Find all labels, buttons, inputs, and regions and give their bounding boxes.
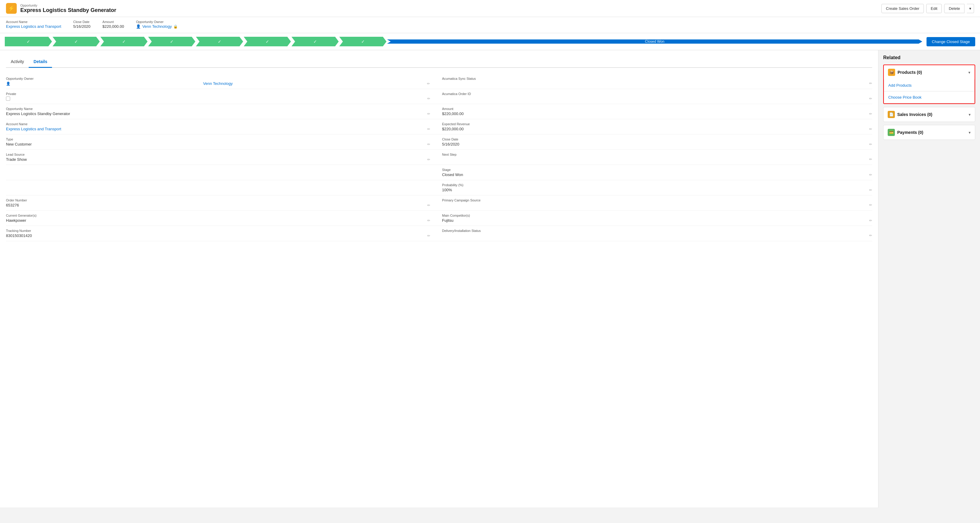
- field-value-left-8: 653276 ✏: [6, 203, 430, 207]
- amount-field: Amount $220,000.00: [102, 20, 124, 29]
- edit-icon-left-9[interactable]: ✏: [427, 218, 430, 223]
- opportunity-owner-link[interactable]: Venn Technology: [142, 24, 172, 29]
- edit-icon-right-2[interactable]: ✏: [869, 112, 872, 116]
- edit-icon-left-4[interactable]: ✏: [427, 142, 430, 147]
- edit-icon-left-3[interactable]: ✏: [427, 127, 430, 131]
- add-products-menu-item[interactable]: Add Products: [884, 81, 974, 90]
- field-value-left-4: New Customer ✏: [6, 142, 430, 147]
- edit-icon-left-10[interactable]: ✏: [427, 234, 430, 238]
- edit-icon-right-6[interactable]: ✏: [869, 173, 872, 177]
- edit-icon-right-5[interactable]: ✏: [869, 157, 872, 161]
- field-left-9: Current Generator(s) Hawkpower ✏: [6, 211, 439, 226]
- stage-item-4: ✓: [148, 37, 196, 46]
- sales-invoices-header[interactable]: 📄 Sales Invoices (0) ▾: [883, 107, 975, 122]
- field-value-left-0: 👤Venn Technology ✏: [6, 81, 430, 86]
- sales-invoices-title-text: Sales Invoices (0): [897, 112, 932, 117]
- field-text-left-9: Hawkpower: [6, 218, 26, 223]
- change-closed-stage-button[interactable]: Change Closed Stage: [926, 37, 975, 46]
- products-section-title: 📦 Products (0): [888, 69, 922, 76]
- products-dropdown-menu: Add Products Choose Price Book: [884, 80, 975, 104]
- edit-icon-left-2[interactable]: ✏: [427, 112, 430, 116]
- products-chevron-icon: ▾: [968, 70, 970, 75]
- field-value-right-6: Closed Won ✏: [442, 172, 872, 177]
- tab-activity[interactable]: Activity: [6, 56, 29, 68]
- edit-icon-right-4[interactable]: ✏: [869, 142, 872, 147]
- edit-icon-right-7[interactable]: ✏: [869, 188, 872, 192]
- payments-header[interactable]: 💳 Payments (0) ▾: [883, 125, 975, 140]
- field-value-right-10: ✏: [442, 233, 872, 238]
- edit-icon-right-3[interactable]: ✏: [869, 127, 872, 131]
- header-left: ⚡ Opportunity Express Logistics Standby …: [6, 3, 116, 14]
- owner-icon-detail: 👤: [6, 81, 10, 86]
- field-left-8: Order Number 653276 ✏: [6, 195, 439, 211]
- edit-icon-right-8[interactable]: ✏: [869, 203, 872, 207]
- app-icon: ⚡: [6, 3, 17, 14]
- field-left-0: Opportunity Owner 👤Venn Technology ✏: [6, 74, 439, 89]
- field-value-left-5: Trade Show ✏: [6, 157, 430, 162]
- field-value-right-2: $220,000.00 ✏: [442, 112, 872, 116]
- account-name-label: Account Name: [6, 20, 61, 24]
- header-dropdown-button[interactable]: ▾: [967, 4, 974, 13]
- app-header: ⚡ Opportunity Express Logistics Standby …: [0, 0, 980, 17]
- account-name-link[interactable]: Express Logistics and Transport: [6, 24, 61, 29]
- edit-icon-left-5[interactable]: ✏: [427, 158, 430, 162]
- edit-icon-right-1[interactable]: ✏: [869, 97, 872, 101]
- app-icon-symbol: ⚡: [8, 5, 14, 12]
- field-right-0: Acumatica Sync Status ✏: [439, 74, 872, 89]
- field-left-3: Account Name Express Logistics and Trans…: [6, 119, 439, 134]
- products-section-header[interactable]: 📦 Products (0) ▾: [884, 65, 975, 80]
- private-checkbox[interactable]: [6, 97, 10, 101]
- stage-item-5: ✓: [196, 37, 243, 46]
- field-label-left-0: Opportunity Owner: [6, 77, 430, 80]
- stage-check-3: ✓: [122, 39, 126, 44]
- field-right-5: Next Step ✏: [439, 150, 872, 165]
- tab-details[interactable]: Details: [29, 56, 52, 68]
- field-label-right-4: Close Date: [442, 137, 872, 141]
- stage-check-8: ✓: [361, 39, 365, 44]
- field-value-left-3: Express Logistics and Transport ✏: [6, 127, 430, 131]
- edit-icon-left-0[interactable]: ✏: [427, 81, 430, 86]
- field-label-left-8: Order Number: [6, 198, 430, 202]
- field-link-left-3[interactable]: Express Logistics and Transport: [6, 127, 61, 131]
- edit-icon-right-0[interactable]: ✏: [869, 81, 872, 86]
- choose-price-book-menu-item[interactable]: Choose Price Book: [884, 92, 974, 102]
- field-value-right-1: ✏: [442, 97, 872, 101]
- edit-icon-right-9[interactable]: ✏: [869, 218, 872, 223]
- field-left-10: Tracking Number 830150301420 ✏: [6, 226, 439, 241]
- edit-button[interactable]: Edit: [926, 4, 942, 13]
- stage-closed-won[interactable]: Closed Won: [387, 40, 922, 44]
- field-value-right-4: 5/16/2020 ✏: [442, 142, 872, 147]
- field-left-1: Private ✏: [6, 89, 439, 104]
- closed-won-label: Closed Won: [645, 40, 665, 44]
- stage-bar: ✓✓✓✓✓✓✓✓: [5, 37, 387, 46]
- field-right-4: Close Date 5/16/2020 ✏: [439, 134, 872, 150]
- field-right-1: Acumatica Order ID ✏: [439, 89, 872, 104]
- menu-divider: [884, 91, 974, 91]
- field-label-right-2: Amount: [442, 107, 872, 111]
- payments-title-text: Payments (0): [897, 130, 923, 135]
- products-title-text: Products (0): [897, 70, 922, 75]
- field-label-left-9: Current Generator(s): [6, 214, 430, 217]
- opportunity-owner-value-group: 👤 Venn Technology 🔒: [136, 24, 178, 29]
- stage-check-7: ✓: [313, 39, 317, 44]
- create-sales-order-button[interactable]: Create Sales Order: [881, 4, 924, 13]
- field-value-left-2: Express Logistics Standby Generator ✏: [6, 112, 430, 116]
- field-text-left-8: 653276: [6, 203, 19, 207]
- field-label-left-5: Lead Source: [6, 153, 430, 156]
- edit-icon-left-1[interactable]: ✏: [427, 97, 430, 101]
- field-label-left-1: Private: [6, 92, 430, 96]
- header-actions: Create Sales Order Edit Delete ▾: [881, 4, 974, 13]
- delete-button[interactable]: Delete: [944, 4, 964, 13]
- related-title: Related: [883, 55, 975, 61]
- field-link-left-0[interactable]: Venn Technology: [203, 81, 233, 86]
- amount-label: Amount: [102, 20, 124, 24]
- field-label-right-0: Acumatica Sync Status: [442, 77, 872, 80]
- stage-check-6: ✓: [266, 39, 269, 44]
- opportunity-owner-label: Opportunity Owner: [136, 20, 178, 24]
- edit-icon-left-8[interactable]: ✏: [427, 203, 430, 207]
- field-right-3: Expected Revenue $220,000.00 ✏: [439, 119, 872, 134]
- stage-item-8: ✓: [339, 37, 387, 46]
- field-text-left-4: New Customer: [6, 142, 32, 147]
- field-label-right-1: Acumatica Order ID: [442, 92, 872, 96]
- edit-icon-right-10[interactable]: ✏: [869, 233, 872, 238]
